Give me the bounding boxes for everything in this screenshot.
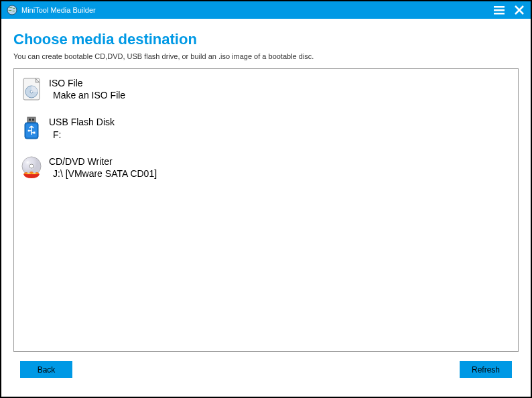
option-sub: J:\ [VMware SATA CD01] (49, 168, 157, 180)
footer: Back Refresh (13, 352, 519, 385)
content-area: Choose media destination You can create … (1, 19, 531, 397)
option-text: USB Flash Disk F: (49, 116, 115, 140)
svg-rect-2 (494, 9, 505, 11)
usb-flash-icon (19, 116, 44, 140)
app-title: MiniTool Media Builder (21, 6, 493, 14)
refresh-button[interactable]: Refresh (460, 361, 512, 378)
media-options-panel: ISO File Make an ISO File (13, 68, 519, 352)
svg-point-14 (28, 130, 30, 132)
svg-rect-10 (29, 119, 31, 121)
iso-file-icon (19, 77, 44, 101)
option-text: ISO File Make an ISO File (49, 77, 125, 101)
svg-rect-3 (494, 13, 505, 15)
option-text: CD/DVD Writer J:\ [VMware SATA CD01] (49, 155, 157, 180)
option-title: USB Flash Disk (49, 116, 115, 128)
titlebar-controls (493, 4, 525, 16)
option-iso-file[interactable]: ISO File Make an ISO File (19, 73, 513, 112)
page-title: Choose media destination (13, 31, 519, 48)
app-icon (7, 5, 17, 15)
back-button[interactable]: Back (20, 361, 72, 378)
app-window: MiniTool Media Builder Choose media dest… (0, 0, 532, 398)
svg-rect-15 (34, 132, 36, 134)
option-sub: Make an ISO File (49, 89, 125, 101)
svg-rect-1 (494, 6, 505, 8)
menu-icon[interactable] (493, 4, 505, 16)
option-sub: F: (49, 129, 115, 141)
option-usb-flash[interactable]: USB Flash Disk F: (19, 112, 513, 151)
cd-dvd-icon (19, 155, 44, 180)
option-cd-dvd[interactable]: CD/DVD Writer J:\ [VMware SATA CD01] (19, 151, 513, 190)
close-icon[interactable] (513, 4, 525, 16)
page-subtitle: You can create bootable CD,DVD, USB flas… (13, 52, 519, 60)
titlebar: MiniTool Media Builder (1, 1, 531, 19)
option-title: CD/DVD Writer (49, 155, 157, 168)
svg-point-0 (7, 5, 17, 15)
svg-point-18 (29, 164, 34, 168)
svg-rect-9 (27, 117, 36, 123)
svg-rect-11 (32, 119, 34, 121)
option-title: ISO File (49, 77, 125, 89)
